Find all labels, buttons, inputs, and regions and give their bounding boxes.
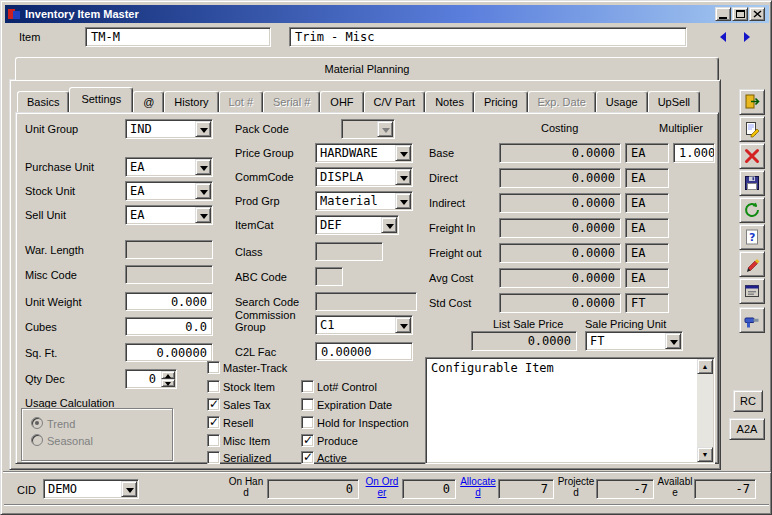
stock-unit-label: Stock Unit [25,185,75,197]
avg-cost-unit-field: EA [625,268,669,288]
allocated-link[interactable]: Allocated [459,476,497,498]
misc-code-label: Misc Code [25,269,77,281]
arrow-left-icon [717,31,729,43]
stock-item-checkbox[interactable] [207,380,220,393]
tab-notes[interactable]: Notes [425,91,474,112]
notes-scrollbar[interactable]: ▲ ▼ [697,359,713,462]
expiration-date-checkbox[interactable] [301,398,314,411]
qty-dec-field[interactable]: 0 [125,369,177,389]
maximize-button[interactable] [732,7,748,21]
a2a-button[interactable]: A2A [729,418,765,440]
class-field [315,242,383,261]
stock-unit-dropdown-icon[interactable] [195,183,211,199]
tab-settings[interactable]: Settings [69,87,133,112]
sale-pricing-unit-dropdown-icon[interactable] [665,333,681,349]
item-description-field[interactable]: Trim - Misc [289,27,687,47]
tab-cv-part[interactable]: C/V Part [364,91,426,112]
serialized-checkbox[interactable] [207,451,220,464]
comm-code-value: DISPLA [320,170,393,185]
cid-label: CID [17,484,36,496]
item-code-field[interactable]: TM-M [85,27,271,47]
close-button[interactable] [749,7,765,21]
sales-tax-checkbox[interactable] [207,398,220,411]
exit-button[interactable] [739,89,765,115]
commission-group-value: C1 [320,318,393,333]
tab-at[interactable]: @ [133,91,164,112]
sell-unit-dropdown-icon[interactable] [195,207,211,223]
sales-tax-label: Sales Tax [223,399,271,411]
resell-checkbox[interactable] [207,416,220,429]
tab-history[interactable]: History [164,91,218,112]
arrow-right-icon [741,31,753,43]
stock-unit-combo[interactable]: EA [125,181,213,201]
tools-button[interactable] [739,307,765,333]
sale-pricing-unit-combo[interactable]: FT [585,331,683,351]
master-track-checkbox[interactable] [207,361,220,374]
freight-out-unit-field: EA [625,243,669,263]
tab-ohf[interactable]: OHF [320,91,363,112]
audit-button[interactable] [739,251,765,277]
commission-group-combo[interactable]: C1 [315,315,413,335]
multiplier-field[interactable]: 1.000 [673,143,715,163]
on-hand-label: On Hand [227,476,265,498]
cid-dropdown-icon[interactable] [121,481,137,497]
on-order-link[interactable]: On Order [363,476,401,498]
save-button[interactable] [739,170,765,196]
refresh-button[interactable] [739,197,765,223]
active-label: Active [317,452,347,464]
scroll-up-button[interactable]: ▲ [697,359,713,374]
tab-pricing[interactable]: Pricing [474,91,528,112]
qty-dec-down-icon[interactable] [161,379,175,387]
minimize-button[interactable] [715,7,731,21]
prod-grp-combo[interactable]: Material [315,191,413,211]
tab-usage[interactable]: Usage [596,91,648,112]
hold-for-inspection-checkbox[interactable] [301,416,314,429]
seasonal-radio [31,434,43,446]
war-length-field [125,240,213,259]
next-item-button[interactable] [737,28,757,46]
scroll-down-button[interactable]: ▼ [697,447,713,462]
purchase-unit-dropdown-icon[interactable] [195,159,211,175]
item-cat-dropdown-icon[interactable] [381,217,397,233]
item-cat-combo[interactable]: DEF [315,215,399,235]
help-button[interactable]: ? [739,224,765,250]
window-button[interactable] [739,278,765,304]
prod-grp-dropdown-icon[interactable] [395,193,411,209]
edit-button[interactable] [739,116,765,142]
c2l-fac-field[interactable]: 0.00000 [315,342,413,361]
comm-code-dropdown-icon[interactable] [395,169,411,185]
title-bar[interactable]: Inventory Item Master [5,5,769,23]
app-icon [7,7,21,21]
tab-basics[interactable]: Basics [17,91,69,112]
produce-checkbox[interactable] [301,434,314,447]
qty-dec-up-icon[interactable] [161,371,175,379]
cid-combo[interactable]: DEMO [43,479,139,499]
sell-unit-combo[interactable]: EA [125,205,213,225]
scroll-down-icon: ▼ [702,451,709,458]
resell-label: Resell [223,417,254,429]
comm-code-combo[interactable]: DISPLA [315,167,413,187]
tab-upsell[interactable]: UpSell [648,91,700,112]
indirect-unit-field: EA [625,193,669,213]
sq-ft-field[interactable]: 0.00000 [125,343,213,362]
avg-cost-label: Avg Cost [429,272,473,284]
class-label: Class [235,246,263,258]
lot-control-checkbox[interactable] [301,380,314,393]
price-group-dropdown-icon[interactable] [395,145,411,161]
active-checkbox[interactable] [301,451,314,464]
tab-material-planning[interactable]: Material Planning [15,57,719,80]
unit-group-dropdown-icon[interactable] [195,121,211,137]
unit-group-combo[interactable]: IND [125,119,213,139]
purchase-unit-combo[interactable]: EA [125,157,213,177]
cubes-field[interactable]: 0.0 [125,317,213,336]
price-group-combo[interactable]: HARDWARE [315,143,413,163]
misc-item-checkbox[interactable] [207,434,220,447]
costing-title: Costing [541,122,578,134]
help-icon: ? [743,228,761,246]
commission-group-dropdown-icon[interactable] [395,317,411,333]
unit-weight-field[interactable]: 0.000 [125,292,213,311]
previous-item-button[interactable] [713,28,733,46]
item-notes-textarea[interactable]: Configurable Item ▲ ▼ [425,357,715,464]
delete-button[interactable] [739,143,765,169]
rc-button[interactable]: RC [733,390,763,412]
